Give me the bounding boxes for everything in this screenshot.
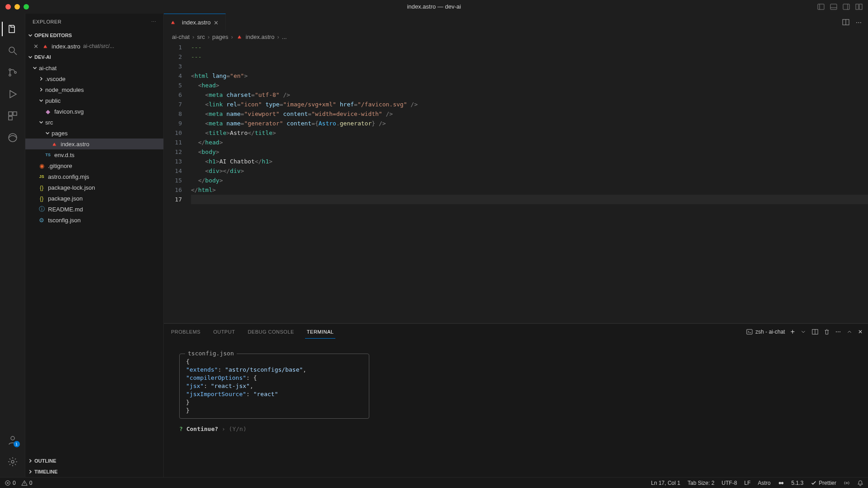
code-line[interactable] (191, 62, 868, 71)
svg-rect-6 (856, 4, 858, 10)
folder-src[interactable]: src (25, 117, 163, 128)
folder-public[interactable]: public (25, 95, 163, 106)
outline-header[interactable]: OUTLINE (25, 455, 163, 466)
code-line[interactable] (191, 195, 868, 204)
breadcrumb-item[interactable]: pages (212, 33, 228, 40)
status-version[interactable]: 5.1.3 (792, 480, 804, 486)
svg-point-16 (9, 134, 17, 142)
split-editor-icon[interactable] (842, 19, 849, 26)
tab-terminal[interactable]: TERMINAL (305, 325, 336, 339)
close-icon[interactable]: ✕ (33, 43, 40, 50)
status-prettier[interactable]: Prettier (811, 480, 836, 486)
open-editor-item[interactable]: ✕ 🔺 index.astro ai-chat/src/... (25, 41, 163, 52)
close-window-button[interactable] (5, 4, 11, 10)
panel-left-icon[interactable] (817, 3, 825, 10)
ts-file-icon: TS (44, 151, 52, 158)
timeline-header[interactable]: TIMELINE (25, 466, 163, 477)
status-copilot[interactable] (778, 480, 784, 486)
run-debug-activity[interactable] (2, 83, 24, 105)
terminal-dropdown-icon[interactable] (800, 329, 806, 335)
code-line[interactable]: <link rel="icon" type="image/svg+xml" hr… (191, 100, 868, 109)
code-content[interactable]: ------<html lang="en"> <head> <meta char… (191, 43, 868, 323)
editor-more-icon[interactable]: ⋯ (856, 19, 862, 26)
status-position[interactable]: Ln 17, Col 1 (651, 480, 680, 486)
status-errors[interactable]: 0 (5, 480, 16, 486)
status-tab-size[interactable]: Tab Size: 2 (687, 480, 714, 486)
tab-index-astro[interactable]: 🔺 index.astro ✕ (164, 14, 226, 31)
file-package-json[interactable]: {} package.json (25, 193, 163, 204)
file-astro-config[interactable]: JS astro.config.mjs (25, 171, 163, 182)
open-editors-header[interactable]: OPEN EDITORS (25, 30, 163, 41)
edge-activity[interactable] (2, 127, 24, 148)
status-bell-icon[interactable] (857, 480, 863, 486)
panel-right-icon[interactable] (843, 3, 850, 10)
chevron-right-icon (27, 469, 33, 475)
file-tsconfig[interactable]: ⚙ tsconfig.json (25, 215, 163, 225)
maximize-window-button[interactable] (24, 4, 29, 10)
code-editor[interactable]: 1234567891011121314151617 ------<html la… (164, 43, 868, 323)
explorer-activity[interactable] (2, 18, 24, 40)
tab-label: index.astro (182, 19, 211, 26)
breadcrumb-item[interactable]: index.astro (246, 33, 275, 40)
project-header[interactable]: DEV-AI (25, 52, 163, 62)
split-terminal-icon[interactable] (812, 329, 818, 335)
terminal-prompt[interactable]: ? Continue? › (Y/n) (179, 425, 859, 433)
settings-activity[interactable] (2, 451, 24, 473)
close-panel-icon[interactable]: ✕ (858, 329, 863, 335)
new-terminal-icon[interactable]: + (791, 328, 795, 336)
breadcrumb-item[interactable]: ... (282, 33, 287, 40)
timeline-label: TIMELINE (34, 469, 57, 474)
sidebar-more-icon[interactable]: ⋯ (151, 19, 157, 25)
tab-output[interactable]: OUTPUT (211, 325, 237, 338)
file-index-astro[interactable]: 🔺 index.astro (25, 139, 163, 149)
breadcrumb-item[interactable]: src (197, 33, 205, 40)
tab-problems[interactable]: PROBLEMS (169, 325, 202, 338)
close-tab-icon[interactable]: ✕ (214, 19, 220, 26)
file-package-lock[interactable]: {} package-lock.json (25, 182, 163, 193)
breadcrumbs[interactable]: ai-chat › src › pages › 🔺 index.astro › … (164, 31, 868, 43)
terminal-body[interactable]: tsconfig.json { "extends": "astro/tsconf… (164, 340, 868, 477)
panel-bottom-icon[interactable] (830, 3, 837, 10)
tab-debug-console[interactable]: DEBUG CONSOLE (246, 325, 296, 338)
status-eol[interactable]: LF (744, 480, 751, 486)
svg-rect-14 (13, 112, 17, 115)
terminal-info[interactable]: zsh - ai-chat (746, 329, 785, 335)
source-control-activity[interactable] (2, 62, 24, 83)
search-activity[interactable] (2, 40, 24, 62)
code-line[interactable]: </html> (191, 185, 868, 195)
code-line[interactable]: </head> (191, 138, 868, 147)
file-favicon[interactable]: ◆ favicon.svg (25, 106, 163, 117)
code-line[interactable]: <title>Astro</title> (191, 128, 868, 138)
status-warnings[interactable]: 0 (21, 480, 33, 486)
code-line[interactable]: <meta name="viewport" content="width=dev… (191, 109, 868, 119)
code-line[interactable]: <meta charset="utf-8" /> (191, 90, 868, 100)
file-readme[interactable]: ⓘ README.md (25, 204, 163, 215)
status-language[interactable]: Astro (758, 480, 771, 486)
folder-vscode[interactable]: .vscode (25, 73, 163, 84)
extensions-activity[interactable] (2, 105, 24, 127)
folder-pages[interactable]: pages (25, 128, 163, 139)
minimize-window-button[interactable] (14, 4, 20, 10)
breadcrumb-item[interactable]: ai-chat (172, 33, 190, 40)
code-line[interactable]: <meta name="generator" content={Astro.ge… (191, 119, 868, 128)
code-line[interactable]: --- (191, 52, 868, 62)
code-line[interactable]: --- (191, 43, 868, 52)
layout-icon[interactable] (855, 3, 863, 10)
maximize-panel-icon[interactable] (846, 329, 853, 335)
code-line[interactable]: <html lang="en"> (191, 71, 868, 81)
file-gitignore[interactable]: ◉ .gitignore (25, 160, 163, 171)
status-feedback-icon[interactable] (844, 480, 850, 486)
code-line[interactable]: <div></div> (191, 166, 868, 176)
code-line[interactable]: <body> (191, 147, 868, 157)
svg-point-10 (9, 69, 11, 71)
panel-more-icon[interactable]: ⋯ (835, 329, 841, 335)
trash-icon[interactable] (824, 329, 830, 335)
folder-node-modules[interactable]: node_modules (25, 84, 163, 95)
code-line[interactable]: </body> (191, 176, 868, 185)
folder-ai-chat[interactable]: ai-chat (25, 62, 163, 73)
status-encoding[interactable]: UTF-8 (722, 480, 737, 486)
code-line[interactable]: <h1>AI Chatbot</h1> (191, 157, 868, 166)
accounts-activity[interactable]: 1 (2, 429, 24, 451)
code-line[interactable]: <head> (191, 81, 868, 90)
file-env-d-ts[interactable]: TS env.d.ts (25, 149, 163, 160)
